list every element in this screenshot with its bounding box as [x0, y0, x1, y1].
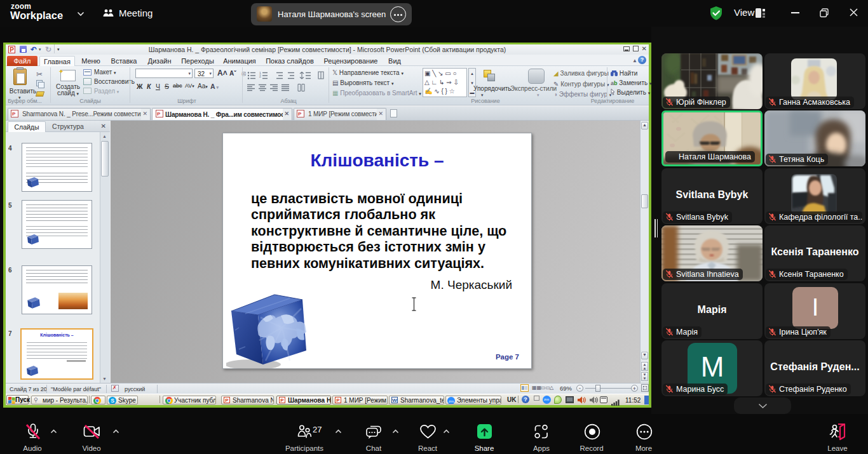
- svg-text:2: 2: [259, 74, 261, 78]
- svg-text:S: S: [111, 397, 114, 404]
- svg-text:zm: zm: [449, 399, 454, 403]
